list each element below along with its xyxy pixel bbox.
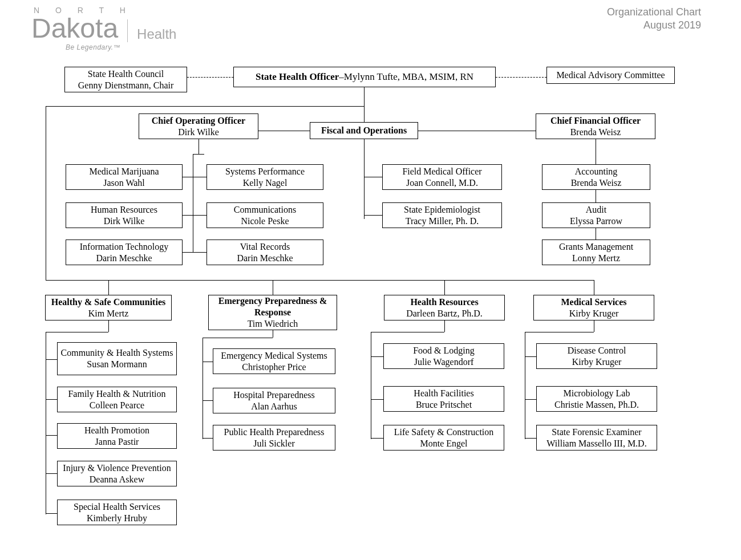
logo-tagline: Be Legendary.™	[66, 43, 176, 51]
header-title-line2: August 2019	[607, 19, 701, 32]
box-public-health-preparedness: Public Health Preparedness Juli Sickler	[213, 425, 335, 451]
connector	[46, 280, 594, 281]
box-disease-control: Disease Control Kirby Kruger	[536, 343, 657, 369]
header-title: Organizational Chart August 2019	[607, 6, 701, 31]
connector	[364, 87, 365, 107]
connector	[203, 438, 213, 439]
connector	[273, 280, 273, 295]
connector	[364, 139, 365, 219]
connector	[46, 106, 364, 107]
box-family-health-nutrition: Family Health & Nutrition Colleen Pearce	[57, 387, 177, 412]
connector	[183, 215, 206, 216]
box-life-safety-construction: Life Safety & Construction Monte Engel	[383, 425, 504, 451]
connector	[258, 131, 310, 131]
box-human-resources: Human Resources Dirk Wilke	[66, 202, 183, 228]
connector	[203, 338, 203, 439]
connector	[418, 131, 536, 131]
connector	[183, 177, 206, 177]
box-state-forensic-examiner: State Forensic Examiner William Massello…	[536, 425, 657, 451]
box-health-promotion: Health Promotion Janna Pastir	[57, 423, 177, 449]
box-vital-records: Vital Records Darin Meschke	[206, 240, 323, 265]
box-emergency-preparedness: Emergency Preparedness & Response Tim Wi…	[208, 295, 337, 330]
shc-name: Genny Dienstmann, Chair	[78, 80, 174, 91]
connector	[108, 320, 109, 332]
connector	[364, 215, 382, 216]
connector	[46, 359, 57, 360]
box-community-health-systems: Community & Health Systems Susan Mormann	[57, 342, 177, 375]
box-microbiology-lab: Microbiology Lab Christie Massen, Ph.D.	[536, 386, 657, 412]
box-accounting: Accounting Brenda Weisz	[542, 164, 650, 190]
box-medical-advisory: Medical Advisory Committee	[546, 67, 675, 84]
connector	[525, 438, 536, 439]
connector	[525, 399, 536, 400]
connector	[193, 154, 193, 252]
connector	[46, 399, 57, 400]
connector	[444, 280, 445, 295]
cfo-name: Brenda Weisz	[570, 127, 621, 138]
box-healthy-safe-communities: Healthy & Safe Communities Kim Mertz	[45, 295, 172, 320]
connector	[594, 320, 594, 332]
connector	[46, 513, 57, 514]
connector	[371, 438, 383, 439]
nd-health-logo: N O R T H Dakota Health Be Legendary.™	[31, 6, 176, 51]
box-health-resources: Health Resources Darleen Bartz, Ph.D.	[384, 295, 505, 320]
coo-title: Chief Operating Officer	[152, 115, 245, 127]
fiscal-title: Fiscal and Operations	[321, 125, 407, 136]
box-state-health-council: State Health Council Genny Dienstmann, C…	[64, 67, 187, 92]
connector	[46, 106, 46, 280]
box-information-technology: Information Technology Darin Meschke	[66, 240, 183, 265]
coo-name: Dirk Wilke	[178, 127, 219, 138]
connector	[193, 154, 204, 155]
box-medical-marijuana: Medical Marijuana Jason Wahl	[66, 164, 183, 190]
connector	[46, 473, 57, 474]
box-communications: Communications Nicole Peske	[206, 202, 323, 228]
connector	[525, 332, 525, 439]
box-medical-services: Medical Services Kirby Kruger	[533, 295, 654, 320]
connector	[46, 435, 57, 436]
box-emergency-medical-systems: Emergency Medical Systems Christopher Pr…	[213, 348, 335, 374]
box-food-lodging: Food & Lodging Julie Wagendorf	[383, 343, 504, 369]
header-title-line1: Organizational Chart	[607, 6, 701, 19]
connector	[364, 177, 382, 177]
connector	[203, 338, 273, 338]
connector	[371, 332, 444, 332]
connector-dashed-right	[496, 77, 546, 78]
connector	[273, 330, 273, 338]
connector	[46, 332, 108, 332]
connector	[203, 400, 213, 401]
connector	[371, 399, 383, 400]
box-grants-management: Grants Management Lonny Mertz	[542, 240, 650, 265]
connector	[371, 356, 383, 357]
box-hospital-preparedness: Hospital Preparedness Alan Aarhus	[213, 388, 335, 413]
box-state-health-officer: State Health Officer–Mylynn Tufte, MBA, …	[233, 67, 496, 87]
shc-title: State Health Council	[88, 68, 164, 80]
connector	[203, 362, 213, 362]
connector	[199, 139, 199, 154]
logo-health: Health	[137, 26, 176, 42]
box-fiscal-ops: Fiscal and Operations	[310, 122, 418, 139]
box-audit: Audit Elyssa Parrow	[542, 202, 650, 228]
box-injury-violence-prevention: Injury & Violence Prevention Deanna Aske…	[57, 461, 177, 486]
connector	[594, 280, 594, 295]
box-cfo: Chief Financial Officer Brenda Weisz	[536, 113, 655, 139]
sho-line: State Health Officer–Mylynn Tufte, MBA, …	[256, 71, 473, 83]
box-special-health-services: Special Health Services Kimberly Hruby	[57, 500, 177, 525]
box-coo: Chief Operating Officer Dirk Wilke	[139, 113, 258, 139]
connector	[108, 280, 109, 295]
box-health-facilities: Health Facilities Bruce Pritschet	[383, 386, 504, 412]
connector	[444, 320, 445, 332]
logo-dakota: Dakota	[31, 15, 118, 42]
box-state-epidemiologist: State Epidemiologist Tracy Miller, Ph. D…	[382, 202, 502, 228]
cfo-title: Chief Financial Officer	[550, 115, 641, 127]
connector	[525, 356, 536, 357]
box-systems-performance: Systems Performance Kelly Nagel	[206, 164, 323, 190]
connector-dashed-left	[187, 77, 233, 78]
connector	[525, 332, 594, 332]
box-field-medical-officer: Field Medical Officer Joan Connell, M.D.	[382, 164, 502, 190]
logo-divider	[127, 19, 128, 42]
mac-title: Medical Advisory Committee	[556, 70, 665, 81]
connector	[183, 252, 206, 253]
connector	[371, 332, 371, 439]
